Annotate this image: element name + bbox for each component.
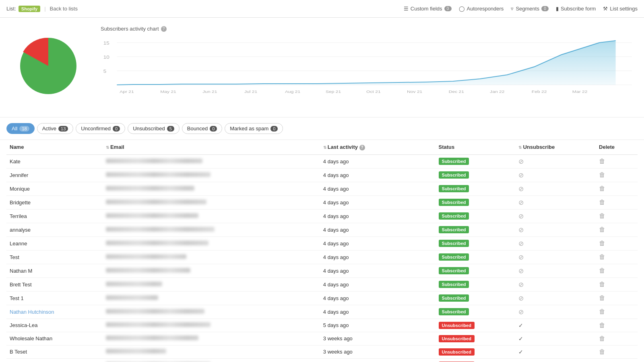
col-unsubscribe[interactable]: ⇅Unsubscribe <box>515 140 596 154</box>
delete-action[interactable]: 🗑 <box>596 264 638 278</box>
delete-icon[interactable]: 🗑 <box>599 226 605 233</box>
delete-action[interactable]: 🗑 <box>596 358 638 362</box>
delete-icon[interactable]: 🗑 <box>599 240 605 247</box>
delete-icon[interactable]: 🗑 <box>599 335 605 342</box>
unsubscribe-icon[interactable]: ⊘ <box>518 185 524 192</box>
delete-action[interactable]: 🗑 <box>596 195 638 209</box>
unsubscribe-icon[interactable]: ⊘ <box>518 213 524 220</box>
delete-action[interactable]: 🗑 <box>596 182 638 195</box>
delete-action[interactable]: 🗑 <box>596 223 638 237</box>
delete-icon[interactable]: 🗑 <box>599 212 605 219</box>
tab-spam[interactable]: Marked as spam 0 <box>225 123 283 134</box>
delete-action[interactable]: 🗑 <box>596 345 638 358</box>
table-row: Bridgette 4 days agoSubscribed⊘🗑 <box>6 195 638 209</box>
subscriber-last-activity: 4 days ago <box>320 278 436 291</box>
delete-icon[interactable]: 🗑 <box>599 199 605 206</box>
tab-bounced[interactable]: Bounced 0 <box>182 123 222 134</box>
delete-icon[interactable]: 🗑 <box>599 158 605 165</box>
back-to-lists-link[interactable]: Back to lists <box>50 6 78 12</box>
unsubscribe-action[interactable]: ⊘ <box>515 168 596 182</box>
autoresponders-nav[interactable]: ◯ Autoresponders <box>459 6 504 12</box>
tab-active[interactable]: Active 13 <box>37 123 74 134</box>
unsubscribe-icon[interactable]: ⊘ <box>518 281 524 288</box>
subscriber-name: Monique <box>6 182 103 195</box>
unsubscribe-action[interactable]: ⊘ <box>515 305 596 319</box>
form-icon: ▮ <box>556 6 559 12</box>
tab-unconfirmed[interactable]: Unconfirmed 0 <box>76 123 125 134</box>
tab-all[interactable]: All 18 <box>6 123 35 134</box>
unsubscribe-action[interactable]: ✓ <box>515 358 596 362</box>
unsubscribe-icon[interactable]: ⊘ <box>518 158 524 165</box>
delete-action[interactable]: 🗑 <box>596 278 638 291</box>
table-row: Jessica-Lea 5 days agoUnsubscribed✓🗑 <box>6 319 638 332</box>
table-row: Test 1 4 days agoSubscribed⊘🗑 <box>6 291 638 305</box>
unsubscribe-action[interactable]: ⊘ <box>515 250 596 264</box>
delete-action[interactable]: 🗑 <box>596 305 638 319</box>
unsubscribe-icon[interactable]: ⊘ <box>518 226 524 233</box>
delete-action[interactable]: 🗑 <box>596 250 638 264</box>
col-last-activity[interactable]: ⇅Last activity ? <box>320 140 436 154</box>
tab-unsubscribed[interactable]: Unsubscribed 5 <box>128 123 180 134</box>
subscriber-last-activity: 4 days ago <box>320 195 436 209</box>
delete-icon[interactable]: 🗑 <box>599 322 605 329</box>
delete-action[interactable]: 🗑 <box>596 168 638 182</box>
unsubscribe-action[interactable]: ✓ <box>515 332 596 345</box>
unsubscribe-action[interactable]: ⊘ <box>515 237 596 250</box>
delete-action[interactable]: 🗑 <box>596 209 638 223</box>
activity-help-icon[interactable]: ? <box>359 145 365 150</box>
delete-action[interactable]: 🗑 <box>596 237 638 250</box>
help-icon[interactable]: ? <box>161 26 167 32</box>
unsubscribe-icon[interactable]: ⊘ <box>518 172 524 179</box>
svg-text:Jul 21: Jul 21 <box>244 90 257 94</box>
unsubscribe-action[interactable]: ⊘ <box>515 209 596 223</box>
subscriber-name: Nathan M <box>6 264 103 278</box>
segments-nav[interactable]: ▿ Segments 0 <box>511 6 549 12</box>
delete-icon[interactable]: 🗑 <box>599 171 605 178</box>
unsubscribe-icon[interactable]: ⊘ <box>518 309 524 315</box>
subscriber-email <box>103 209 320 223</box>
subscriber-status: Unsubscribed <box>436 345 516 358</box>
delete-icon[interactable]: 🗑 <box>599 294 605 301</box>
unsubscribe-action[interactable]: ✓ <box>515 319 596 332</box>
subscriber-name[interactable]: Nathan Hutchinson <box>6 305 103 319</box>
unsubscribe-icon[interactable]: ⊘ <box>518 240 524 247</box>
check-icon[interactable]: ✓ <box>518 335 523 342</box>
unsubscribe-action[interactable]: ⊘ <box>515 154 596 168</box>
subscriber-last-activity: Feb 07, 2022, 04:44PM <box>320 358 436 362</box>
custom-fields-nav[interactable]: ☰ Custom fields 0 <box>404 6 452 12</box>
list-icon: ☰ <box>404 6 409 12</box>
subscribe-form-nav[interactable]: ▮ Subscribe form <box>556 6 596 12</box>
unsubscribe-action[interactable]: ✓ <box>515 345 596 358</box>
subscriber-last-activity: 4 days ago <box>320 223 436 237</box>
col-email[interactable]: ⇅Email <box>103 140 320 154</box>
delete-icon[interactable]: 🗑 <box>599 348 605 355</box>
list-settings-nav[interactable]: ⚒ List settings <box>603 6 638 12</box>
unsubscribe-icon[interactable]: ⊘ <box>518 199 524 206</box>
delete-icon[interactable]: 🗑 <box>599 267 605 274</box>
check-icon[interactable]: ✓ <box>518 349 523 355</box>
unsubscribe-action[interactable]: ⊘ <box>515 182 596 195</box>
unsubscribe-action[interactable]: ⊘ <box>515 264 596 278</box>
subscriber-last-activity: 4 days ago <box>320 237 436 250</box>
line-chart-svg: 15 10 5 Apr 21 May 21 Jun 21 Jul 21 Aug … <box>101 37 632 109</box>
check-icon[interactable]: ✓ <box>518 322 523 329</box>
col-status: Status <box>436 140 516 154</box>
delete-action[interactable]: 🗑 <box>596 332 638 345</box>
delete-action[interactable]: 🗑 <box>596 319 638 332</box>
delete-icon[interactable]: 🗑 <box>599 253 605 260</box>
delete-icon[interactable]: 🗑 <box>599 308 605 315</box>
subscriber-status: Subscribed <box>436 237 516 250</box>
delete-action[interactable]: 🗑 <box>596 154 638 168</box>
subscriber-status: Subscribed <box>436 195 516 209</box>
unsubscribe-icon[interactable]: ⊘ <box>518 295 524 302</box>
unsubscribe-action[interactable]: ⊘ <box>515 291 596 305</box>
delete-icon[interactable]: 🗑 <box>599 185 605 192</box>
unsubscribe-action[interactable]: ⊘ <box>515 278 596 291</box>
unsubscribe-icon[interactable]: ⊘ <box>518 254 524 261</box>
unsubscribe-icon[interactable]: ⊘ <box>518 267 524 274</box>
table-row: Test 4 days agoSubscribed⊘🗑 <box>6 250 638 264</box>
delete-icon[interactable]: 🗑 <box>599 281 605 288</box>
unsubscribe-action[interactable]: ⊘ <box>515 195 596 209</box>
delete-action[interactable]: 🗑 <box>596 291 638 305</box>
unsubscribe-action[interactable]: ⊘ <box>515 223 596 237</box>
